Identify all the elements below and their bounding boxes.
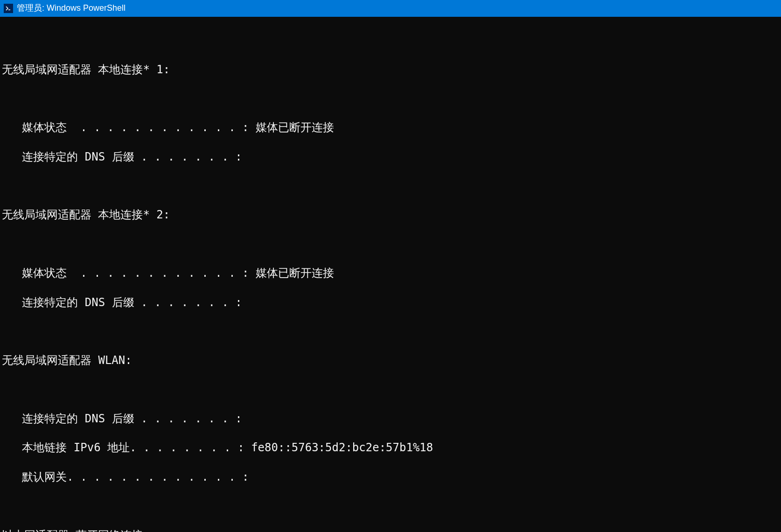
terminal-output[interactable]: 无线局域网适配器 本地连接* 1: 媒体状态 . . . . . . . . .…	[0, 17, 781, 532]
output-line	[2, 383, 779, 397]
output-line	[2, 237, 779, 252]
media-state-line: 媒体状态 . . . . . . . . . . . . : 媒体已断开连接	[2, 120, 779, 135]
gateway-line: 默认网关. . . . . . . . . . . . . :	[2, 470, 779, 484]
window-title: 管理员: Windows PowerShell	[17, 3, 126, 14]
output-line	[2, 91, 779, 106]
dns-suffix-line: 连接特定的 DNS 后缀 . . . . . . . :	[2, 150, 779, 164]
output-line	[2, 33, 779, 48]
output-line	[2, 179, 779, 193]
dns-suffix-line: 连接特定的 DNS 后缀 . . . . . . . :	[2, 412, 779, 426]
dns-suffix-line: 连接特定的 DNS 后缀 . . . . . . . :	[2, 295, 779, 310]
media-state-line: 媒体状态 . . . . . . . . . . . . : 媒体已断开连接	[2, 266, 779, 280]
powershell-icon	[4, 4, 13, 13]
window-titlebar[interactable]: 管理员: Windows PowerShell	[0, 0, 781, 17]
adapter-header: 无线局域网适配器 本地连接* 2:	[2, 208, 779, 222]
adapter-header: 无线局域网适配器 WLAN:	[2, 353, 779, 368]
output-line	[2, 324, 779, 339]
adapter-header: 无线局域网适配器 本地连接* 1:	[2, 63, 779, 77]
ipv6-address-line: 本地链接 IPv6 地址. . . . . . . . : fe80::5763…	[2, 441, 779, 455]
adapter-header: 以太网适配器 蓝牙网络连接:	[2, 528, 779, 532]
output-line	[2, 499, 779, 513]
